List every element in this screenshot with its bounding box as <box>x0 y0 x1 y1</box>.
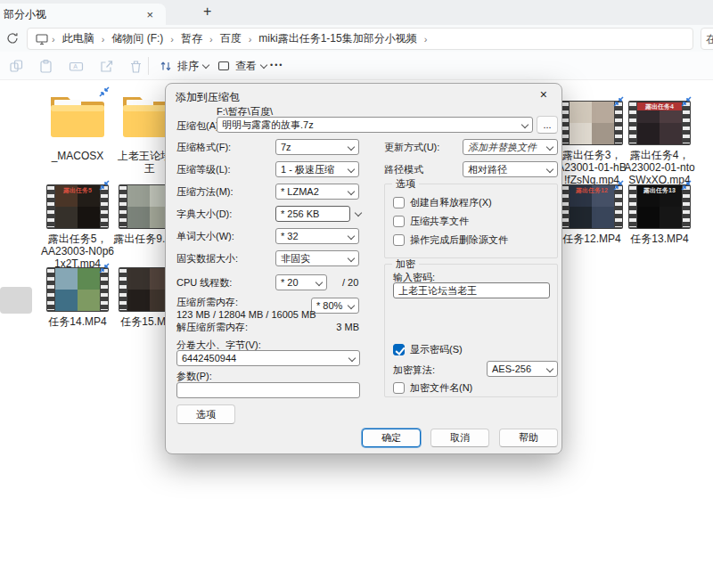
new-tab-button[interactable]: + <box>198 3 217 20</box>
rename-icon[interactable]: A <box>69 59 84 74</box>
tab-close-icon[interactable]: × <box>143 8 157 21</box>
cpu-threads-label: CPU 线程数: <box>176 277 232 289</box>
breadcrumb-this-pc[interactable]: 此电脑 <box>56 29 101 48</box>
level-label: 压缩等级(L): <box>176 164 231 176</box>
tab-active[interactable]: 部分小视 × <box>0 4 166 25</box>
file-item-video[interactable]: 任务14.MP4 <box>40 267 115 328</box>
breadcrumb-temp[interactable]: 暂存 <box>175 29 209 48</box>
compressed-badge-icon <box>97 85 111 99</box>
breadcrumb-current-folder[interactable]: miki露出任务1-15集加部分小视频 <box>252 29 422 48</box>
help-button[interactable]: 帮助 <box>499 429 558 447</box>
chevron-down-icon <box>546 365 553 372</box>
view-button[interactable]: 查看 <box>217 52 266 80</box>
checkbox-create-sfx[interactable]: 创建自释放程序(X) <box>393 196 492 209</box>
refresh-icon[interactable] <box>5 31 20 45</box>
chevron-down-icon <box>546 143 553 151</box>
file-item-video[interactable]: 露出任务13 任务13.MP4 <box>622 184 697 245</box>
memory-percent-value: * 80% <box>316 300 342 311</box>
cancel-button[interactable]: 取消 <box>430 429 489 447</box>
archive-label: 压缩包(A): <box>176 120 222 132</box>
chevron-down-icon <box>348 355 356 362</box>
encryption-method-select[interactable]: AES-256 <box>487 361 558 377</box>
method-label: 压缩方法(M): <box>176 186 234 198</box>
dictionary-dropdown-button[interactable] <box>353 206 365 222</box>
cpu-threads-select[interactable]: * 20 <box>275 274 327 290</box>
parameters-label: 参数(P): <box>176 371 212 382</box>
solid-block-select[interactable]: 非固实 <box>275 250 359 266</box>
word-size-select[interactable]: * 32 <box>275 228 359 244</box>
checkbox-delete-after[interactable]: 操作完成后删除源文件 <box>393 233 508 247</box>
update-mode-label: 更新方式(U): <box>384 142 439 153</box>
checkbox-label: 加密文件名(N) <box>410 381 472 395</box>
archive-name-combo[interactable]: 明明与露露的故事.7z <box>217 117 533 133</box>
method-select[interactable]: * LZMA2 <box>275 184 359 200</box>
chevron-down-icon <box>348 302 355 309</box>
solid-block-label: 固实数据大小: <box>176 253 238 265</box>
copy-icon[interactable] <box>9 59 24 74</box>
file-item-folder[interactable]: _MACOSX <box>40 89 115 162</box>
update-mode-select[interactable]: 添加并替换文件 <box>463 139 558 155</box>
share-icon[interactable] <box>99 59 114 74</box>
browse-button[interactable]: ... <box>537 116 558 134</box>
archive-name-value: 明明与露露的故事.7z <box>222 118 314 132</box>
format-select[interactable]: 7z <box>275 139 359 155</box>
sort-label: 排序 <box>177 59 199 74</box>
thumbnail-title: 露出任务12 <box>570 186 614 194</box>
video-thumbnail: 露出任务5 <box>46 184 109 229</box>
method-value: * LZMA2 <box>281 186 319 197</box>
level-value: 1 - 极速压缩 <box>281 163 334 176</box>
options-button[interactable]: 选项 <box>176 404 235 424</box>
breadcrumb-drive[interactable]: 储物间 (F:) <box>105 29 169 48</box>
toolbar: A 排序 查看 ••• <box>0 52 713 80</box>
folder-icon <box>46 91 109 146</box>
parameters-input[interactable] <box>176 382 360 398</box>
chevron-down-icon <box>260 61 267 68</box>
dialog-close-icon[interactable]: × <box>537 87 551 102</box>
checkbox-show-password[interactable]: 显示密码(S) <box>393 343 463 356</box>
file-item-video[interactable]: 露出任务3，A23001-01-hB!fZsNg.mp4 <box>554 101 629 186</box>
delete-icon[interactable] <box>128 59 143 74</box>
dictionary-combo[interactable]: * 256 KB <box>275 206 350 222</box>
checkbox-encrypt-filenames[interactable]: 加密文件名(N) <box>393 381 472 395</box>
video-thumbnail <box>561 101 623 145</box>
memory-percent-select[interactable]: * 80% <box>311 298 359 314</box>
chevron-down-icon <box>348 233 355 240</box>
split-volume-combo[interactable]: 6442450944 <box>176 350 360 366</box>
paste-icon[interactable] <box>38 59 53 74</box>
encryption-group-title: 加密 <box>392 258 419 270</box>
chevron-down-icon <box>202 61 209 68</box>
level-select[interactable]: 1 - 极速压缩 <box>275 161 359 177</box>
chevron-down-icon <box>521 121 529 128</box>
checkbox-shared-files[interactable]: 压缩共享文件 <box>393 215 469 228</box>
sort-button[interactable]: 排序 <box>159 52 209 80</box>
options-group-title: 选项 <box>392 178 419 190</box>
file-item-video[interactable]: 露出任务5 露出任务5，AA23003-N0p61x2T.mp4 <box>40 184 115 270</box>
compressed-badge-icon <box>97 261 111 275</box>
search-input[interactable]: 在 <box>701 28 713 50</box>
split-volume-value: 6442450944 <box>182 353 236 363</box>
thumbnail-title: 露出任务13 <box>637 186 682 194</box>
see-more-button[interactable]: ••• <box>270 61 283 69</box>
memory-usage-values: 123 MB / 12804 MB / 16005 MB <box>176 309 316 321</box>
address-bar-row: › 此电脑 › 储物间 (F:) › 暂存 › 百度 › miki露出任务1-1… <box>0 25 713 52</box>
checkbox-icon <box>393 197 405 208</box>
dictionary-label: 字典大小(D): <box>176 208 232 220</box>
chevron-down-icon <box>348 166 355 173</box>
nav-item-highlight[interactable] <box>0 287 32 314</box>
format-value: 7z <box>281 142 291 152</box>
file-item-video[interactable]: 露出任务4 露出任务4，A23002-01-ntoSWxXO.mp4 <box>622 101 697 186</box>
breadcrumb[interactable]: › 此电脑 › 储物间 (F:) › 暂存 › 百度 › miki露出任务1-1… <box>27 28 693 50</box>
view-icon <box>217 59 231 73</box>
path-mode-value: 相对路径 <box>468 163 507 176</box>
ok-button[interactable]: 确定 <box>362 429 421 447</box>
word-size-value: * 32 <box>281 231 299 241</box>
breadcrumb-separator: › <box>423 34 429 45</box>
checkbox-icon <box>393 216 405 227</box>
solid-block-value: 非固实 <box>281 252 310 265</box>
compressed-badge-icon <box>679 178 693 192</box>
path-mode-select[interactable]: 相对路径 <box>463 161 558 177</box>
breadcrumb-baidu[interactable]: 百度 <box>214 29 248 48</box>
chevron-down-icon <box>348 255 355 262</box>
file-item-video[interactable]: 露出任务12 任务12.MP4 <box>554 184 629 245</box>
password-input[interactable]: 上老王论坛当老王 <box>393 282 550 298</box>
